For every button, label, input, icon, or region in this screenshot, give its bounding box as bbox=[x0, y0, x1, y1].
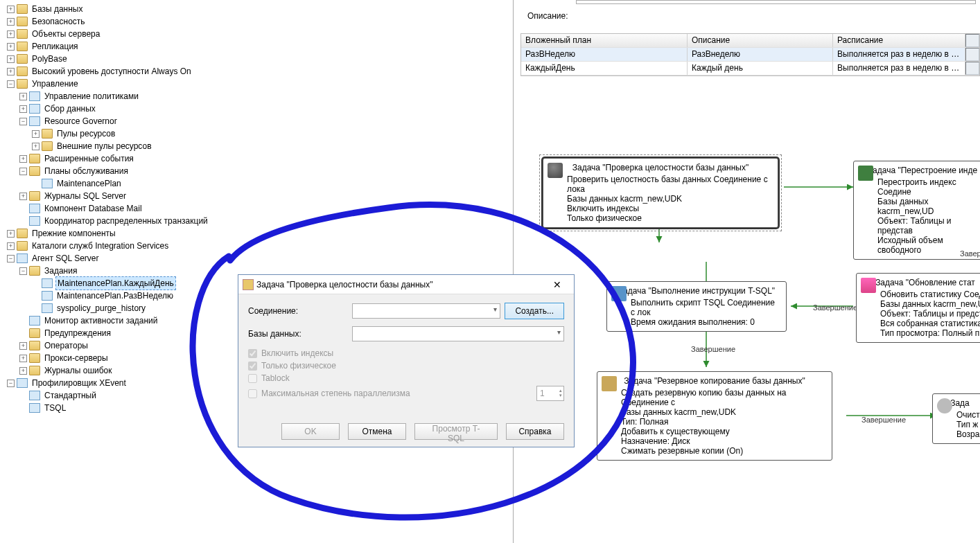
expand-icon[interactable]: + bbox=[7, 30, 15, 38]
schedule-button[interactable] bbox=[965, 62, 979, 75]
folder-icon bbox=[29, 154, 40, 163]
expand-icon[interactable] bbox=[32, 292, 40, 300]
expand-icon[interactable]: + bbox=[19, 193, 27, 200]
task-backup-database[interactable]: Задача "Резервное копирование базы данны… bbox=[597, 371, 832, 461]
tree-item-label: Монитор активности заданий bbox=[43, 314, 159, 327]
expand-icon[interactable]: − bbox=[19, 267, 27, 275]
expand-icon[interactable]: + bbox=[19, 342, 27, 350]
help-button[interactable]: Справка bbox=[506, 423, 564, 440]
table-row[interactable]: РазВНеделюРазВнеделюВыполняется раз в не… bbox=[521, 48, 979, 62]
tree-item[interactable]: +Базы данных bbox=[7, 3, 513, 15]
expand-icon[interactable] bbox=[32, 280, 40, 287]
tree-item-label: Компонент Database Mail bbox=[43, 202, 143, 215]
cancel-button[interactable]: Отмена bbox=[348, 423, 406, 440]
tree-item[interactable]: +Журналы SQL Server bbox=[7, 190, 513, 202]
grid-header-schedule[interactable]: Расписание bbox=[833, 34, 965, 47]
create-connection-button[interactable]: Создать... bbox=[505, 303, 564, 319]
tree-item[interactable]: +Прежние компоненты bbox=[7, 227, 513, 240]
expand-icon[interactable]: + bbox=[32, 130, 40, 138]
tree-item[interactable]: +Расширенные события bbox=[7, 152, 513, 165]
tree-item[interactable]: −Resource Governor bbox=[7, 115, 513, 127]
expand-icon[interactable]: + bbox=[7, 242, 15, 250]
include-indexes-checkbox[interactable] bbox=[248, 349, 257, 358]
expand-icon[interactable] bbox=[32, 180, 40, 188]
expand-icon[interactable]: + bbox=[32, 143, 40, 150]
expand-icon[interactable]: + bbox=[7, 43, 15, 51]
tree-item[interactable]: +Репликация bbox=[7, 40, 513, 53]
tree-item[interactable]: −Агент SQL Server bbox=[7, 252, 513, 265]
expand-icon[interactable]: + bbox=[7, 6, 15, 13]
tree-item[interactable]: Координатор распределенных транзакций bbox=[7, 215, 513, 227]
expand-icon[interactable] bbox=[19, 330, 27, 337]
schedule-button[interactable] bbox=[965, 48, 979, 61]
tree-item[interactable]: +Высокий уровень доступности Always On bbox=[7, 65, 513, 78]
tree-item-label: Операторы bbox=[43, 339, 89, 352]
expand-icon[interactable] bbox=[19, 392, 27, 400]
expand-icon[interactable]: − bbox=[7, 80, 15, 88]
expand-icon[interactable]: + bbox=[19, 105, 27, 113]
expand-icon[interactable] bbox=[19, 205, 27, 213]
description-textbox[interactable] bbox=[576, 0, 976, 4]
tree-item-label: MaintenancePlan.КаждыйДень bbox=[55, 276, 176, 290]
folder-icon bbox=[29, 191, 40, 201]
expand-icon[interactable]: + bbox=[19, 93, 27, 100]
physical-only-checkbox[interactable] bbox=[248, 362, 257, 371]
folder-icon bbox=[29, 341, 40, 350]
expand-icon[interactable]: + bbox=[19, 367, 27, 375]
table-row[interactable]: КаждыйДеньКаждый деньВыполняется раз в н… bbox=[521, 62, 979, 75]
folder-icon bbox=[29, 328, 40, 338]
grid-header-subplan[interactable]: Вложенный план bbox=[521, 34, 688, 47]
databases-dropdown[interactable] bbox=[352, 326, 564, 341]
expand-icon[interactable]: + bbox=[7, 230, 15, 238]
tree-item[interactable]: +Управление политиками bbox=[7, 90, 513, 103]
expand-icon[interactable]: + bbox=[19, 355, 27, 362]
arrow-label-done: Завершение bbox=[691, 345, 735, 353]
tree-item[interactable]: +Безопасность bbox=[7, 15, 513, 28]
tree-item[interactable]: Компонент Database Mail bbox=[7, 202, 513, 215]
grid-header-description[interactable]: Описание bbox=[688, 34, 833, 47]
task-rebuild-index[interactable]: Задача "Перестроение инде Перестроить ин… bbox=[853, 161, 980, 260]
task-properties-dialog: Задача "Проверка целостности базы данных… bbox=[238, 274, 575, 447]
maxdop-checkbox[interactable] bbox=[248, 389, 257, 398]
tree-item[interactable]: +Каталоги служб Integration Services bbox=[7, 240, 513, 252]
task-update-statistics[interactable]: Задача "Обновление стат Обновить статист… bbox=[856, 273, 980, 343]
expand-icon[interactable]: + bbox=[7, 68, 15, 75]
tablock-checkbox[interactable] bbox=[248, 374, 257, 383]
expand-icon[interactable] bbox=[19, 317, 27, 325]
subplan-grid[interactable]: Вложенный план Описание Расписание РазВН… bbox=[520, 33, 980, 76]
expand-icon[interactable] bbox=[19, 404, 27, 412]
tree-item[interactable]: MaintenancePlan bbox=[7, 177, 513, 190]
expand-icon[interactable]: − bbox=[7, 255, 15, 262]
tree-item[interactable]: +Пулы ресурсов bbox=[7, 127, 513, 140]
maxdop-spinner[interactable]: 1 bbox=[536, 386, 564, 401]
ok-button[interactable]: OK bbox=[281, 423, 340, 440]
tree-item[interactable]: +Сбор данных bbox=[7, 103, 513, 115]
connection-dropdown[interactable] bbox=[352, 303, 500, 319]
generic-icon bbox=[29, 204, 40, 213]
close-icon[interactable]: ✕ bbox=[545, 278, 570, 292]
task-check-db-integrity[interactable]: Задача "Проверка целостности базы данных… bbox=[543, 158, 778, 228]
diagram-canvas[interactable]: Задача "Проверка целостности базы данных… bbox=[520, 145, 980, 543]
expand-icon[interactable]: − bbox=[19, 118, 27, 125]
expand-icon[interactable]: − bbox=[19, 168, 27, 175]
tree-item[interactable]: +PolyBase bbox=[7, 53, 513, 65]
view-tsql-button[interactable]: Просмотр T-SQL bbox=[414, 423, 498, 440]
tree-item[interactable]: +Объекты сервера bbox=[7, 28, 513, 40]
tree-item-label: Журналы SQL Server bbox=[43, 190, 128, 202]
expand-icon[interactable] bbox=[19, 217, 27, 225]
tree-item[interactable]: +Внешние пулы ресурсов bbox=[7, 140, 513, 152]
generic-icon bbox=[17, 378, 28, 388]
folder-icon bbox=[42, 141, 53, 151]
expand-icon[interactable]: + bbox=[7, 55, 15, 63]
tree-item[interactable]: −Управление bbox=[7, 78, 513, 90]
task-cleanup[interactable]: Зада Очист Тип ж Возра bbox=[932, 393, 980, 444]
expand-icon[interactable]: + bbox=[7, 18, 15, 26]
task-execute-tsql[interactable]: Задача "Выполнение инструкции T-SQL" Вып… bbox=[606, 281, 787, 332]
expand-icon[interactable] bbox=[32, 305, 40, 312]
cleanup-icon bbox=[937, 398, 952, 413]
sql-icon bbox=[611, 286, 627, 301]
expand-icon[interactable]: − bbox=[7, 380, 15, 387]
generic-icon bbox=[42, 179, 53, 188]
expand-icon[interactable]: + bbox=[19, 155, 27, 163]
tree-item[interactable]: −Планы обслуживания bbox=[7, 165, 513, 177]
